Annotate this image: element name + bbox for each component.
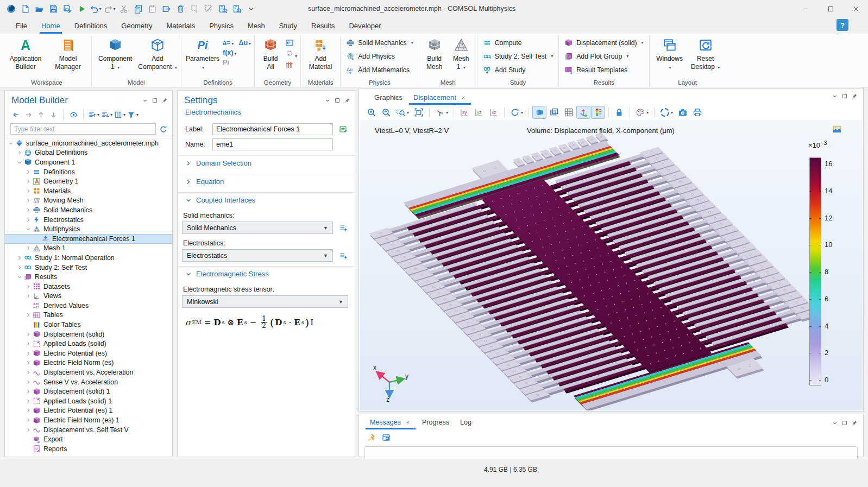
tree-item-sense-v-vs-acceleration[interactable]: Sense V vs. Acceleration [5,377,172,387]
filter-funnel-button[interactable]: ▾ [127,109,139,120]
twisty-closed-icon[interactable] [24,312,32,318]
tree-item-component-1[interactable]: Component 1 [5,157,172,167]
tree-item-definitions[interactable]: Definitions [5,167,172,177]
tree-item-electric-field-norm-es-1[interactable]: Electric Field Norm (es) 1 [5,415,172,425]
copy-button[interactable] [131,2,144,15]
parameter-case-button[interactable]: Pi [223,58,236,66]
functions-button[interactable]: f(x)▾ [223,48,236,56]
tree-item-reports[interactable]: Reports [5,444,172,454]
windows-button[interactable]: Windows▾ [653,36,687,72]
comsol-logo-button[interactable] [4,2,17,15]
twisty-closed-icon[interactable] [24,340,32,347]
tree-item-electromechanical-forces-1[interactable]: Electromechanical Forces 1 [5,234,172,244]
panel-pin-icon[interactable] [851,420,858,426]
menu-tab-materials[interactable]: Materials [159,19,202,33]
find-views-button[interactable] [230,2,243,15]
twisty-closed-icon[interactable] [24,369,32,376]
show-eye-button[interactable] [68,109,79,120]
image-thumbnail-icon[interactable] [832,124,842,134]
twisty-closed-icon[interactable] [16,264,23,271]
axis-orient-button[interactable] [576,106,590,119]
tree-item-electrostatics[interactable]: Electrostatics [5,215,172,225]
redo-button[interactable]: ▾ [103,2,116,15]
tree-item-displacement-vs-acceleration[interactable]: Displacement vs. Acceleration [5,368,172,377]
tree-item-global-definitions[interactable]: Global Definitions [5,148,172,158]
panel-float-icon[interactable] [152,97,158,104]
view-yz-button[interactable]: yz [472,106,486,119]
insert-sequence-icon[interactable] [285,39,294,47]
component-1-button[interactable]: Component1 ▾ [95,36,135,72]
twisty-open-icon[interactable] [7,140,15,147]
twisty-closed-icon[interactable] [16,149,23,156]
move-up-button[interactable] [35,109,46,120]
compute-button[interactable]: Compute [481,36,524,49]
tree-item-geometry-1[interactable]: AGeometry 1 [5,176,172,186]
build-all-button[interactable]: BuildAll [258,36,283,71]
menu-tab-home[interactable]: Home [34,19,67,33]
geometry-parts-icon[interactable] [285,61,294,69]
panel-pin-icon[interactable] [851,93,858,99]
panel-menu-icon[interactable] [832,93,838,99]
tree-item-solid-mechanics[interactable]: Solid Mechanics [5,205,172,215]
transparency-button[interactable] [547,106,561,119]
application-builder-button[interactable]: A ApplicationBuilder [5,36,46,71]
menu-tab-geometry[interactable]: Geometry [114,19,159,33]
help-button[interactable]: ? [836,19,848,31]
find-button[interactable] [216,2,229,15]
twisty-closed-icon[interactable] [24,217,32,223]
twisty-closed-icon[interactable] [24,379,32,385]
zoom-extents-button[interactable] [412,106,426,119]
twisty-closed-icon[interactable] [24,359,32,366]
study-2-button[interactable]: Study 2: Self Test▾ [481,49,555,63]
tree-filter-input[interactable] [10,123,156,135]
build-mesh-button[interactable]: BuildMesh [423,36,446,71]
open-button[interactable] [33,2,46,15]
tree-item-displacement-solid[interactable]: Displacement (solid) [5,330,172,339]
add-mathematics-button[interactable]: ΔuAdd Mathematics [344,63,412,77]
nav-back-button[interactable] [10,109,21,120]
close-button[interactable] [843,0,868,17]
label-field[interactable] [212,123,333,135]
paste-button[interactable] [146,2,159,15]
camera-button[interactable] [676,106,690,119]
twisty-closed-icon[interactable] [24,350,32,357]
menu-tab-physics[interactable]: Physics [202,19,241,33]
panel-menu-icon[interactable] [832,420,838,426]
cut-button[interactable] [117,2,130,15]
model-manager-button[interactable]: ModelManager [48,36,88,71]
twisty-closed-icon[interactable] [24,207,32,213]
tree-item-multiphysics[interactable]: Multiphysics [5,224,172,234]
tree-item-electric-potential-es-1[interactable]: Electric Potential (es) 1 [5,406,172,416]
tree-item-electric-field-norm-es[interactable]: Electric Field Norm (es) [5,358,172,368]
tree-item-electric-potential-es[interactable]: Electric Potential (es) [5,349,172,358]
twisty-closed-icon[interactable] [24,398,32,404]
section-coupled-interfaces[interactable]: Coupled Interfaces [178,192,355,207]
zoom-out-button[interactable] [379,106,393,119]
tree-item-applied-loads-solid[interactable]: Applied Loads (solid) [5,339,172,349]
tree-item-views[interactable]: Views [5,292,172,301]
scene-light-button[interactable] [532,106,546,119]
move-down-button[interactable] [48,109,59,120]
delete-button[interactable] [174,2,187,15]
tab-displacement[interactable]: Displacement [408,90,472,105]
twisty-closed-icon[interactable] [24,427,32,433]
collapse-node-button[interactable]: ▾ [101,109,112,120]
displacement-solid-button[interactable]: Displacement (solid)▾ [562,36,645,49]
chevron-down-button[interactable] [244,2,257,15]
variables-button[interactable]: a=▾ [223,39,236,47]
new-file-button[interactable] [18,2,32,15]
twisty-open-icon[interactable] [16,159,23,166]
model-3d-view[interactable] [360,120,863,410]
update-sol-button[interactable]: ▾ [658,106,675,119]
tree-item-displacement-solid-1[interactable]: Displacement (solid) 1 [5,387,172,396]
tree-item-color-tables[interactable]: Color Tables [5,320,172,330]
add-interface-button[interactable] [337,250,349,262]
section-equation[interactable]: Equation [178,174,355,189]
undo-button[interactable]: ▾ [89,2,102,15]
save-button[interactable] [47,2,60,15]
run-button[interactable] [75,2,88,15]
expand-node-button[interactable]: ▾ [88,109,99,120]
rename-button[interactable] [337,123,349,135]
add-interface-button[interactable] [337,222,349,234]
panel-float-icon[interactable] [841,420,848,426]
